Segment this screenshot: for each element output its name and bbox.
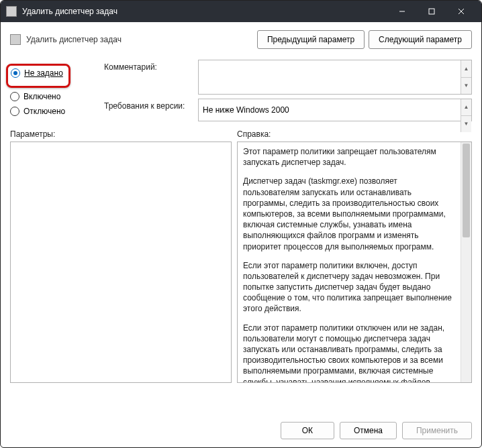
minimize-button[interactable] [387, 1, 417, 22]
comment-label: Комментарий: [104, 60, 198, 95]
help-paragraph: Этот параметр политики запрещает пользов… [243, 146, 455, 168]
spin-down-icon[interactable]: ▼ [461, 77, 471, 95]
spin-down-icon[interactable]: ▼ [461, 115, 471, 132]
spin-up-icon[interactable]: ▲ [461, 99, 471, 115]
previous-setting-button[interactable]: Предыдущий параметр [257, 30, 365, 49]
scrollbar-thumb[interactable] [463, 144, 470, 237]
help-pane: Этот параметр политики запрещает пользов… [237, 142, 472, 383]
options-label: Параметры: [10, 129, 237, 139]
help-paragraph: Диспетчер задач (taskmgr.exe) позволяет … [243, 176, 455, 251]
policy-title: Удалить диспетчер задач [26, 35, 253, 44]
comment-input[interactable]: ▲ ▼ [198, 60, 472, 95]
header: Удалить диспетчер задач Предыдущий парам… [1, 22, 481, 54]
radio-icon [10, 107, 19, 116]
help-text: Этот параметр политики запрещает пользов… [238, 142, 461, 382]
help-label: Справка: [237, 129, 472, 139]
highlight-annotation: Не задано [6, 64, 70, 88]
help-paragraph: Если этот параметр политики отключен или… [243, 323, 455, 382]
supported-value: Не ниже Windows 2000 [203, 105, 289, 115]
policy-icon [10, 34, 21, 45]
radio-label: Не задано [24, 68, 63, 78]
state-radios: Не задано Включено Отключено [10, 54, 104, 125]
radio-label: Отключено [23, 107, 65, 116]
help-paragraph: Если этот параметр политики включен, дос… [243, 260, 455, 315]
svg-rect-1 [429, 9, 434, 14]
titlebar: Удалить диспетчер задач [1, 1, 481, 22]
radio-icon [11, 68, 20, 78]
spin-up-icon[interactable]: ▲ [461, 60, 471, 77]
radio-icon [10, 92, 19, 101]
window-title: Удалить диспетчер задач [22, 7, 387, 16]
radio-not-configured[interactable]: Не задано [11, 68, 63, 78]
cancel-button[interactable]: Отмена [340, 422, 397, 439]
dialog-footer: ОК Отмена Применить [1, 415, 481, 447]
close-button[interactable] [446, 1, 476, 22]
options-pane [10, 142, 232, 383]
supported-box: Не ниже Windows 2000 ▲ ▼ [198, 99, 472, 121]
radio-disabled[interactable]: Отключено [10, 107, 104, 116]
help-scrollbar[interactable] [461, 142, 471, 382]
next-setting-button[interactable]: Следующий параметр [369, 30, 472, 49]
radio-enabled[interactable]: Включено [10, 92, 104, 101]
app-icon [6, 6, 17, 17]
apply-button[interactable]: Применить [402, 422, 472, 439]
supported-label: Требования к версии: [104, 99, 198, 121]
radio-label: Включено [23, 92, 60, 101]
maximize-button[interactable] [417, 1, 446, 22]
ok-button[interactable]: ОК [281, 422, 334, 439]
